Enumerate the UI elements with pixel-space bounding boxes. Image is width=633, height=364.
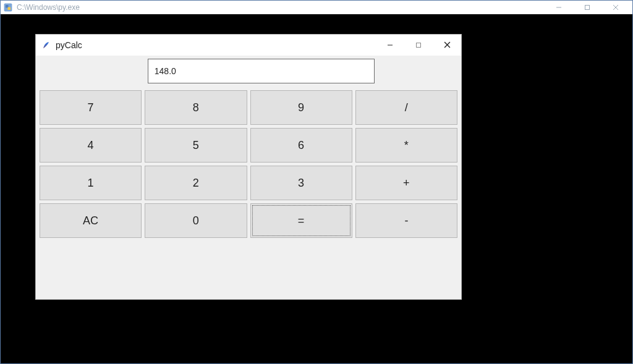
digit-4-button[interactable]: 4: [40, 128, 142, 163]
calculator-titlebar: pyCalc: [36, 35, 461, 56]
svg-rect-9: [417, 43, 421, 47]
calculator-close-button[interactable]: [433, 35, 461, 56]
svg-rect-2: [7, 7, 11, 10]
display-row: 148.0: [38, 58, 459, 84]
digit-8-button[interactable]: 8: [145, 90, 247, 125]
digit-1-button[interactable]: 1: [40, 166, 142, 200]
equals-button[interactable]: =: [250, 203, 352, 238]
calculator-maximize-button[interactable]: [404, 35, 433, 56]
clear-button[interactable]: AC: [40, 203, 142, 238]
calculator-body: 148.0 7 8 9 / 4 5 6 * 1 2 3 + AC 0: [36, 56, 461, 299]
digit-6-button[interactable]: 6: [250, 128, 352, 163]
digit-5-button[interactable]: 5: [145, 128, 247, 163]
digit-7-button[interactable]: 7: [40, 90, 142, 125]
operator-add-button[interactable]: +: [355, 166, 457, 200]
console-window: C:\Windows\py.exe pyCalc: [0, 0, 633, 364]
digit-3-button[interactable]: 3: [250, 166, 352, 200]
console-close-button[interactable]: [601, 1, 630, 14]
calculator-window: pyCalc 148.0: [35, 34, 462, 300]
tk-feather-icon: [41, 40, 51, 50]
operator-multiply-button[interactable]: *: [355, 128, 457, 163]
calculator-bottom-space: [38, 242, 459, 299]
console-app-icon: [3, 2, 13, 12]
calculator-minimize-button[interactable]: [376, 35, 404, 56]
operator-subtract-button[interactable]: -: [355, 203, 457, 238]
button-grid: 7 8 9 / 4 5 6 * 1 2 3 + AC 0 = -: [38, 89, 459, 242]
calculator-title: pyCalc: [56, 40, 82, 50]
digit-9-button[interactable]: 9: [250, 90, 352, 125]
svg-rect-4: [585, 6, 590, 10]
digit-0-button[interactable]: 0: [145, 203, 247, 238]
console-title: C:\Windows\py.exe: [17, 3, 80, 12]
console-minimize-button[interactable]: [545, 1, 573, 14]
console-maximize-button[interactable]: [573, 1, 601, 14]
digit-2-button[interactable]: 2: [145, 166, 247, 200]
display-output: 148.0: [148, 59, 375, 83]
console-titlebar: C:\Windows\py.exe: [1, 1, 632, 14]
console-body: pyCalc 148.0: [1, 14, 632, 363]
operator-divide-button[interactable]: /: [355, 90, 457, 125]
